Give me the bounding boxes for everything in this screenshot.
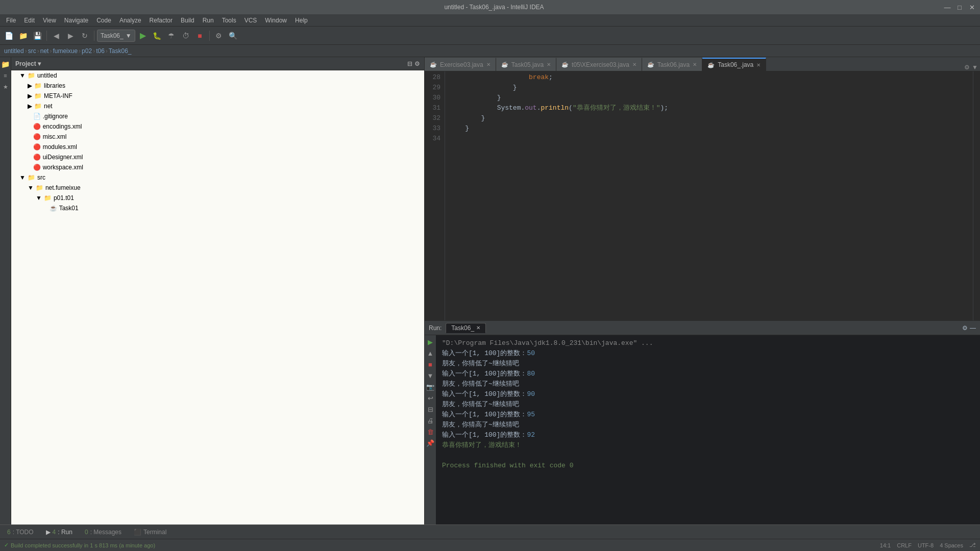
run-minimize-icon[interactable]: — — [970, 324, 976, 332]
menu-build[interactable]: Build — [177, 16, 199, 25]
run-panel: Run: Task06_ ✕ ⚙ — ▶ ▲ ■ ▼ 📷 ↩ — [425, 320, 980, 524]
wrap-button[interactable]: ↩ — [426, 393, 435, 403]
tree-item-misc[interactable]: 🔴 misc.xml — [11, 132, 424, 142]
cursor-position[interactable]: 14:1 — [880, 542, 891, 548]
run-settings-icon[interactable]: ⚙ — [962, 324, 968, 332]
separator-3 — [209, 31, 210, 41]
bc-p02[interactable]: p02 — [82, 47, 92, 55]
menu-vcs[interactable]: VCS — [240, 16, 261, 25]
forward-button[interactable]: ▶ — [64, 29, 77, 42]
bc-fumeixue[interactable]: fumeixue — [53, 47, 78, 55]
tab-xexercise03[interactable]: ☕ t05\XExercise03.java ✕ — [556, 58, 642, 71]
tab-task06[interactable]: ☕ Task06.java ✕ — [642, 58, 702, 71]
menu-view[interactable]: View — [39, 16, 60, 25]
output-line-11: 恭喜你猜对了，游戏结束！ — [442, 440, 974, 450]
coverage-button[interactable]: ☂ — [165, 29, 178, 42]
menu-help[interactable]: Help — [291, 16, 312, 25]
fold-button[interactable]: ⊟ — [426, 405, 435, 414]
menu-refactor[interactable]: Refactor — [145, 16, 177, 25]
bc-task06[interactable]: Task06_ — [109, 47, 132, 55]
tree-item-workspace[interactable]: 🔴 workspace.xml — [11, 162, 424, 172]
toolbar: 📄 📁 💾 ◀ ▶ ↻ Task06_ ▼ ▶ 🐛 ☂ ⏱ ■ ⚙ 🔍 — [0, 27, 980, 45]
tree-item-meta-inf[interactable]: ▶ 📁 META-INF — [11, 91, 424, 101]
tab-task06-active[interactable]: ☕ Task06_.java ✕ — [702, 58, 766, 71]
close-button[interactable]: ✕ — [968, 3, 976, 11]
build-status-icon: ✓ — [4, 542, 9, 548]
settings-button[interactable]: ⚙ — [212, 29, 226, 42]
screenshot-button[interactable]: 📷 — [426, 382, 435, 391]
menu-analyze[interactable]: Analyze — [115, 16, 145, 25]
line-ending[interactable]: CRLF — [897, 542, 912, 548]
new-file-button[interactable]: 📄 — [2, 29, 15, 42]
tree-item-net[interactable]: ▶ 📁 net — [11, 101, 424, 111]
tree-item-gitignore[interactable]: 📄 .gitignore — [11, 111, 424, 121]
menu-window[interactable]: Window — [261, 16, 291, 25]
encoding[interactable]: UTF-8 — [918, 542, 934, 548]
search-button[interactable]: 🔍 — [227, 29, 240, 42]
run-tab-task06[interactable]: Task06_ ✕ — [446, 323, 486, 333]
pin-button[interactable]: 📌 — [426, 438, 435, 447]
project-icon[interactable]: 📁 — [1, 59, 11, 69]
profile-button[interactable]: ⏱ — [179, 29, 192, 42]
collapse-all-icon[interactable]: ⊟ — [407, 60, 412, 67]
scroll-up-button[interactable]: ▲ — [426, 348, 435, 358]
output-line-7: 朋友，你猜低了~继续猜吧 — [442, 399, 974, 410]
run-config-dropdown[interactable]: Task06_ ▼ — [97, 30, 135, 42]
clear-button[interactable]: 🗑 — [426, 427, 435, 436]
tab-exercise03[interactable]: ☕ Exercise03.java ✕ — [425, 58, 496, 71]
tab-task05[interactable]: ☕ Task05.java ✕ — [496, 58, 556, 71]
favorites-icon[interactable]: ★ — [1, 82, 11, 92]
tabs-bar: ☕ Exercise03.java ✕ ☕ Task05.java ✕ ☕ t0… — [425, 57, 980, 71]
stop-run-button[interactable]: ■ — [426, 360, 435, 369]
tree-item-encodings[interactable]: 🔴 encodings.xml — [11, 121, 424, 132]
rerun-button[interactable]: ▶ — [426, 337, 435, 346]
bc-untitled[interactable]: untitled — [4, 47, 24, 55]
bc-src[interactable]: src — [28, 47, 36, 55]
maximize-button[interactable]: □ — [955, 3, 964, 11]
close-tab-task06-active[interactable]: ✕ — [756, 62, 761, 68]
run-button[interactable]: ▶ — [136, 29, 150, 42]
tool-tab-run[interactable]: ▶ 4 : Run — [43, 528, 76, 537]
tree-item-net-fumeixue[interactable]: ▼ 📁 net.fumeixue — [11, 183, 424, 193]
debug-button[interactable]: 🐛 — [151, 29, 164, 42]
tree-item-libraries[interactable]: ▶ 📁 libraries — [11, 81, 424, 91]
close-tab-exercise03[interactable]: ✕ — [486, 62, 491, 67]
tree-item-task01[interactable]: ☕ Task01 — [11, 203, 424, 213]
menu-code[interactable]: Code — [92, 16, 115, 25]
menu-navigate[interactable]: Navigate — [60, 16, 92, 25]
menu-run[interactable]: Run — [199, 16, 218, 25]
tree-item-modules[interactable]: 🔴 modules.xml — [11, 142, 424, 152]
bc-net[interactable]: net — [40, 47, 49, 55]
close-tab-xexercise03[interactable]: ✕ — [632, 62, 636, 67]
print-button[interactable]: 🖨 — [426, 416, 435, 425]
close-tab-task05[interactable]: ✕ — [547, 62, 551, 67]
tab-settings-icon[interactable]: ⚙ — [964, 64, 970, 71]
stop-button[interactable]: ■ — [193, 29, 207, 42]
code-content[interactable]: break; } } System.out.println("恭喜你猜对了，游戏… — [445, 71, 973, 320]
structure-icon[interactable]: ≡ — [1, 70, 11, 81]
indent-size[interactable]: 4 Spaces — [940, 542, 963, 548]
tool-tab-messages[interactable]: 0 : Messages — [82, 528, 125, 537]
right-gutter — [973, 71, 980, 320]
menu-edit[interactable]: Edit — [20, 16, 39, 25]
tree-item-p01t01[interactable]: ▼ 📁 p01.t01 — [11, 193, 424, 203]
settings-icon[interactable]: ⚙ — [414, 60, 420, 67]
close-run-tab-icon[interactable]: ✕ — [476, 325, 480, 331]
tool-tab-terminal[interactable]: ⬛ Terminal — [131, 528, 169, 537]
run-tab-label: Task06_ — [451, 324, 474, 332]
save-button[interactable]: 💾 — [31, 29, 44, 42]
tree-item-uidesigner[interactable]: 🔴 uiDesigner.xml — [11, 152, 424, 162]
open-button[interactable]: 📁 — [16, 29, 30, 42]
bc-t06[interactable]: t06 — [96, 47, 105, 55]
tree-item-src[interactable]: ▼ 📁 src — [11, 172, 424, 183]
tab-more-icon[interactable]: ▼ — [972, 64, 978, 71]
back-button[interactable]: ◀ — [50, 29, 63, 42]
scroll-down-button[interactable]: ▼ — [426, 371, 435, 380]
menu-file[interactable]: File — [2, 16, 20, 25]
menu-tools[interactable]: Tools — [218, 16, 240, 25]
tree-item-untitled[interactable]: ▼ 📁 untitled — [11, 70, 424, 81]
sync-button[interactable]: ↻ — [78, 29, 91, 42]
tool-tab-todo[interactable]: 6 : TODO — [4, 528, 37, 537]
close-tab-task06[interactable]: ✕ — [693, 62, 697, 67]
minimize-button[interactable]: — — [943, 3, 951, 11]
